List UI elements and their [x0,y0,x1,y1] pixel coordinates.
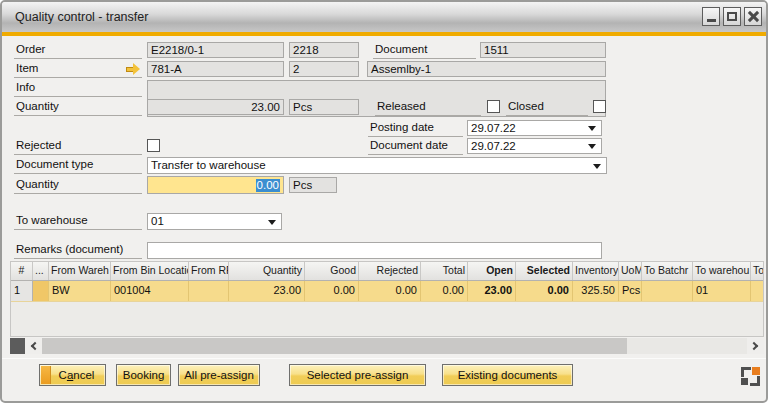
inventory-cell[interactable]: 325.50 [573,281,619,301]
total-cell[interactable]: 0.00 [421,281,468,301]
all-pre-assign-button[interactable]: All pre-assign [178,364,260,386]
uom-cell[interactable]: Pcs [619,281,642,301]
document-label: Document [373,43,476,59]
dots-cell[interactable] [33,281,49,301]
order-label: Order [14,43,142,59]
col-inventory[interactable]: Inventory [573,262,619,280]
horizontal-scrollbar[interactable] [10,338,764,354]
order-field: E2218/0-1 [147,42,284,58]
posting-date-select[interactable]: 29.07.22 [467,120,602,136]
chevron-down-icon [588,126,596,131]
maximize-button[interactable] [723,7,741,26]
from-rfid-cell[interactable] [189,281,229,301]
chevron-right-icon [750,342,758,350]
entry-quantity-input[interactable]: 0.00 [147,176,284,194]
col-to-batch[interactable]: To Batchr [642,262,693,280]
chevron-down-icon [593,164,601,169]
document-date-label: Document date [368,139,463,155]
entry-quantity-label: Quantity [14,178,142,194]
col-uom[interactable]: UoM [619,262,642,280]
quantity-cell[interactable]: 23.00 [229,281,305,301]
rejected-cell[interactable]: 0.00 [359,281,421,301]
col-good[interactable]: Good [305,262,359,280]
scrollbar-thumb[interactable] [42,338,627,354]
existing-documents-button[interactable]: Existing documents [442,364,573,386]
item-name-field: Assemlby-1 [367,61,606,77]
item-line-field: 2 [289,61,359,77]
window-title: Quality control - transfer [2,10,148,24]
good-cell[interactable]: 0.00 [305,281,359,301]
col-selected[interactable]: Selected [516,262,573,280]
close-icon [748,11,759,22]
quantity-uom-field: Pcs [289,99,359,115]
to-warehouse-label: To warehouse [14,214,142,230]
document-date-select[interactable]: 29.07.22 [467,138,602,154]
order-number-field: 2218 [289,42,359,58]
col-open[interactable]: Open [468,262,516,280]
col-to-warehouse[interactable]: To warehou [693,262,751,280]
document-field: 1511 [480,42,606,58]
scroll-left-button[interactable] [25,338,42,354]
cancel-button[interactable]: Cancel [39,364,106,386]
closed-label: Closed [506,100,588,116]
table-row[interactable]: 1 BW 001004 23.00 0.00 0.00 0.00 23.00 0… [11,281,763,302]
selected-cell[interactable]: 0.00 [516,281,573,301]
remarks-input[interactable] [147,242,602,259]
col-from-bin-location[interactable]: From Bin Locatic [111,262,189,280]
col-quantity[interactable]: Quantity [229,262,305,280]
scrollbar-grab-handle[interactable] [10,338,25,354]
to-cell[interactable] [751,281,763,301]
scroll-right-button[interactable] [747,338,764,354]
from-warehouse-cell[interactable]: BW [49,281,111,301]
item-code-field: 781-A [147,61,284,77]
open-cell[interactable]: 23.00 [468,281,516,301]
chevron-down-icon [588,144,596,149]
resize-grip-icon[interactable] [741,367,760,386]
rejected-label: Rejected [14,139,142,155]
accent-bar [2,32,766,36]
info-label: Info [14,81,142,97]
booking-button[interactable]: Booking [116,364,171,386]
col-rejected[interactable]: Rejected [359,262,421,280]
chevron-left-icon [31,342,39,350]
from-bin-cell[interactable]: 001004 [111,281,189,301]
row-number-cell[interactable]: 1 [11,281,33,301]
default-button-stripe [41,366,51,384]
document-type-select[interactable]: Transfer to warehouse [147,157,607,174]
selected-pre-assign-button[interactable]: Selected pre-assign [289,364,426,386]
footer-divider [2,358,766,359]
to-warehouse-cell[interactable]: 01 [693,281,751,301]
document-type-label: Document type [14,158,142,174]
quantity-label: Quantity [14,100,142,116]
quality-control-transfer-window: Quality control - transfer Order E2218/0… [0,0,768,403]
chevron-down-icon [268,220,276,225]
maximize-icon [727,12,737,21]
released-label: Released [375,100,481,116]
minimize-button[interactable] [702,7,720,26]
col-total[interactable]: Total [421,262,468,280]
col-from-rfid[interactable]: From RFI [189,262,229,280]
col-dots[interactable]: ... [33,262,49,280]
table-header-row: # ... From Wareh From Bin Locatic From R… [11,262,763,281]
posting-date-label: Posting date [368,121,463,137]
entry-quantity-uom-field: Pcs [289,177,337,193]
selected-text: 0.00 [256,179,280,192]
closed-checkbox[interactable] [593,100,606,113]
minimize-icon [707,19,716,22]
title-bar[interactable]: Quality control - transfer [2,2,766,32]
rejected-checkbox[interactable] [147,139,160,152]
col-to[interactable]: To [751,262,763,280]
released-checkbox[interactable] [487,100,500,113]
to-batch-cell[interactable] [642,281,693,301]
item-label: Item [14,62,142,78]
to-warehouse-select[interactable]: 01 [147,213,282,230]
scrollbar-track[interactable] [627,338,747,354]
transfer-lines-table: # ... From Wareh From Bin Locatic From R… [10,261,764,337]
col-row-number[interactable]: # [11,262,33,280]
col-from-warehouse[interactable]: From Wareh [49,262,111,280]
remarks-label: Remarks (document) [14,243,142,259]
quantity-field: 23.00 [147,99,284,115]
close-button[interactable] [744,7,762,26]
item-link-arrow-icon[interactable] [126,63,140,75]
